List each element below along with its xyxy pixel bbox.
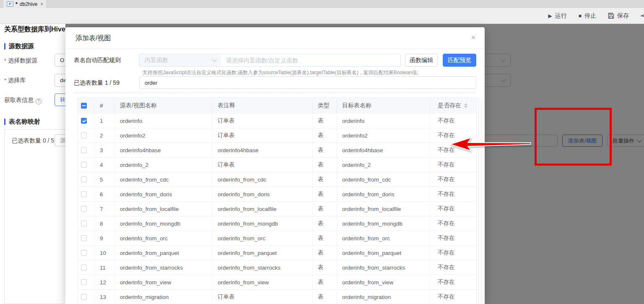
row-checkbox[interactable]	[81, 279, 87, 285]
select-all-checkbox[interactable]	[81, 103, 87, 109]
table-cell: 表	[313, 202, 337, 216]
builtin-function-value: 内置函数	[145, 57, 168, 64]
table-cell: orderinfo	[337, 114, 430, 128]
row-checkbox[interactable]	[81, 294, 87, 300]
unsaved-indicator: *	[16, 1, 18, 7]
table-cell: 表	[313, 216, 337, 231]
publish-button[interactable]	[641, 13, 644, 19]
match-rule-label: 表名自动匹配规则	[74, 54, 121, 67]
column-header-index: #	[94, 98, 114, 114]
table-row[interactable]: 12orderinfo_from_vieworderinfo_from_view…	[78, 275, 476, 290]
table-row[interactable]: 7orderinfo_from_localfileorderinfo_from_…	[78, 202, 476, 216]
table-cell: 不存在	[430, 275, 476, 289]
table-cell: 不存在	[430, 216, 476, 231]
table-cell: 表	[313, 128, 337, 143]
table-row[interactable]: 8orderinfo_from_mongdborderinfo_from_mon…	[78, 216, 476, 231]
table-cell: 7	[94, 202, 114, 216]
table-cell: orderinfo_from_doris	[337, 187, 430, 201]
table-cell: 4	[94, 158, 114, 172]
section-source-datasource: 源数据源	[4, 42, 34, 50]
table-row[interactable]: 4orderinfo_2订单表表orderinfo_2不存在	[78, 158, 476, 172]
floppy-icon	[608, 13, 614, 19]
match-preview-button[interactable]: 匹配预览	[443, 54, 476, 67]
table-search-input[interactable]	[139, 76, 476, 89]
table-scrollbar[interactable]	[478, 98, 482, 304]
run-button[interactable]: ▶ 运行	[548, 12, 567, 20]
stop-icon: ■	[579, 13, 582, 19]
run-label: 运行	[555, 12, 567, 20]
table-cell: orderinfo_from_view	[212, 275, 313, 289]
row-checkbox[interactable]	[81, 191, 87, 197]
table-cell: 6	[94, 187, 114, 201]
play-icon: ▶	[548, 13, 552, 19]
table-cell: orderinfo_from_starrocks	[337, 260, 430, 275]
table-cell: 10	[94, 246, 114, 260]
table-cell: 不存在	[430, 202, 476, 216]
table-cell: 不存在	[430, 231, 476, 245]
row-checkbox[interactable]	[81, 147, 87, 153]
table-cell: orderinfo_from_localfile	[212, 202, 313, 216]
table-cell: 不存在	[430, 158, 476, 172]
table-cell: orderinfo_from_starrocks	[114, 260, 212, 275]
help-circle-icon[interactable]: ?	[36, 99, 42, 104]
row-checkbox[interactable]	[81, 250, 87, 256]
datasource-label: *选择数据源	[4, 57, 37, 65]
table-cell: 不存在	[430, 290, 476, 304]
row-checkbox[interactable]	[81, 235, 87, 241]
row-checkbox[interactable]	[81, 265, 87, 270]
table-row[interactable]: 11orderinfo_from_starrocksorderinfo_from…	[78, 260, 476, 275]
row-checkbox[interactable]	[81, 221, 87, 226]
table-cell: orderinfo_from_starrocks	[212, 260, 313, 275]
table-cell: orderinfo_from_localfile	[114, 202, 212, 216]
section-bar	[4, 43, 5, 49]
table-cell: orderinfo_from_orc	[114, 231, 212, 245]
table-cell: 订单表	[212, 114, 313, 128]
tab-title: db2hive	[20, 1, 37, 7]
table-row[interactable]: 5orderinfo_from_cdcorderinfo_from_cdc表or…	[78, 172, 476, 187]
sort-icon[interactable]	[464, 103, 467, 108]
row-checkbox[interactable]	[81, 133, 87, 138]
table-row[interactable]: 9orderinfo_from_orcorderinfo_from_orc表or…	[78, 231, 476, 246]
builtin-function-select[interactable]: 内置函数	[139, 54, 221, 67]
table-cell: 表	[313, 260, 337, 275]
save-button[interactable]: 保存	[608, 12, 629, 20]
table-row[interactable]: 2orderinfo2订单表表orderinfo2不存在	[78, 128, 476, 143]
function-input[interactable]	[221, 54, 401, 67]
table-row[interactable]: 1orderinfo订单表表orderinfo不存在	[78, 114, 476, 128]
table-cell: orderinfo_from_cdc	[212, 172, 313, 187]
function-edit-button[interactable]: 函数编辑	[405, 54, 438, 67]
modal-title: 添加表/视图	[75, 27, 111, 49]
table-cell: 订单表	[212, 128, 313, 143]
table-row[interactable]: 13orderinfo_migration订单表表orderinfo_migra…	[78, 290, 476, 304]
modal-close-icon[interactable]: ×	[471, 34, 475, 41]
column-header-comment: 表注释	[212, 98, 313, 114]
table-row[interactable]: 10orderinfo_from_parquetorderinfo_from_p…	[78, 246, 476, 260]
table-row[interactable]: 6orderinfo_from_dorisorderinfo_from_dori…	[78, 187, 476, 202]
stop-label: 停止	[584, 12, 596, 20]
table-cell: 11	[94, 260, 114, 275]
table-header-row: # 源表/视图名称 表注释 类型 目标表名称 是否存在	[78, 98, 476, 114]
stop-button[interactable]: ■ 停止	[579, 12, 596, 20]
tab-close-icon[interactable]: ×	[40, 1, 43, 7]
row-checkbox[interactable]	[81, 206, 87, 212]
row-checkbox[interactable]	[81, 162, 87, 168]
table-cell: orderinfo_from_cdc	[337, 172, 430, 187]
datasource-value: O	[60, 57, 64, 63]
column-header-exists[interactable]: 是否存在	[430, 98, 476, 114]
editor-tab-db2hive[interactable]: P * db2hive ×	[3, 0, 47, 8]
table-cell: 12	[94, 275, 114, 289]
row-checkbox[interactable]	[81, 118, 87, 124]
column-header-source-name: 源表/视图名称	[114, 98, 212, 114]
row-checkbox[interactable]	[81, 177, 87, 182]
rule-hint-text: 支持按照JavaScript语法自定义格式化函数;函数入参为sourceTabl…	[143, 69, 418, 76]
table-cell: orderinfo_from_mongdb	[212, 216, 313, 231]
table-cell: 5	[94, 172, 114, 187]
table-row[interactable]: 3orderinfo4hbaseorderinfo4hbase表orderinf…	[78, 143, 476, 158]
table-cell: 表	[313, 246, 337, 260]
send-icon	[641, 13, 644, 19]
table-cell: 3	[94, 143, 114, 157]
sort-ascending-icon	[464, 103, 467, 105]
table-cell: orderinfo_from_mongdb	[114, 216, 212, 231]
required-asterisk: *	[4, 57, 6, 64]
table-cell: 订单表	[212, 290, 313, 304]
